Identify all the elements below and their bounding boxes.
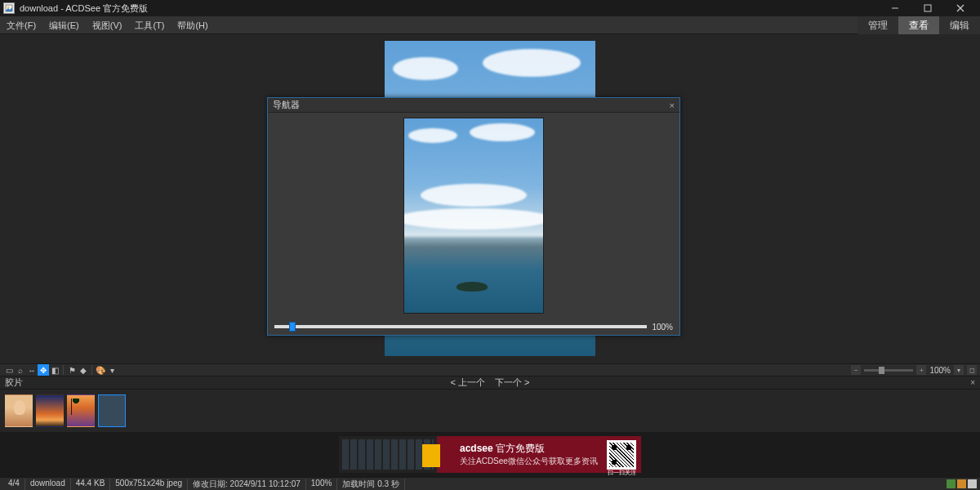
minimize-button[interactable]: [879, 0, 911, 16]
window-title: download - ACDSee 官方免费版: [20, 2, 148, 15]
ad-brand-suffix: 官方免费版: [496, 443, 545, 454]
status-loadtime: 加载时间 0.3 秒: [337, 479, 404, 490]
ad-qr-code: 扫一扫关注: [607, 440, 636, 470]
svg-point-1: [7, 7, 9, 8]
menu-bar: 文件(F) 编辑(E) 视图(V) 工具(T) 帮助(H) 管理 查看 编辑: [0, 16, 980, 34]
tool-scroll-icon[interactable]: ↔: [26, 364, 38, 376]
navigator-title: 导航器: [273, 99, 300, 111]
tool-tag-icon[interactable]: ◆: [78, 364, 89, 376]
ad-text: acdsee 官方免费版 关注ACDSee微信公众号获取更多资讯: [460, 442, 598, 467]
menu-edit[interactable]: 编辑(E): [42, 16, 86, 34]
navigator-body[interactable]: [268, 113, 679, 318]
view-toolbar: ▭ ⌕ ↔ ✥ ◧ ⚑ ◆ 🎨 ▾ − + 100% ▾ ◻: [0, 363, 980, 376]
ad-box-icon: [422, 444, 440, 467]
filmstrip-thumb[interactable]: [5, 394, 33, 427]
tool-flag-icon[interactable]: ⚑: [66, 364, 78, 376]
navigator-panel[interactable]: 导航器 × 100%: [267, 97, 680, 336]
tool-zoom-icon[interactable]: ⌕: [15, 364, 26, 376]
status-filesize: 44.4 KB: [71, 479, 111, 490]
status-index: 4/4: [3, 479, 25, 490]
tool-hand-icon[interactable]: ✥: [38, 364, 49, 376]
filmstrip-thumb-selected[interactable]: [98, 394, 126, 427]
filmstrip-close-button[interactable]: ×: [970, 378, 975, 387]
zoom-out-button[interactable]: −: [851, 365, 861, 375]
zoom-actual-button[interactable]: ◻: [967, 365, 977, 375]
status-indicator-white-icon[interactable]: [968, 479, 977, 488]
menu-tools[interactable]: 工具(T): [128, 16, 171, 34]
navigator-thumbnail[interactable]: [403, 118, 544, 314]
navigator-zoom-percent: 100%: [652, 323, 673, 332]
filmstrip: [0, 390, 980, 432]
tool-crop-icon[interactable]: ◧: [49, 364, 60, 376]
tool-dropdown-icon[interactable]: ▾: [106, 364, 118, 376]
menu-help[interactable]: 帮助(H): [171, 16, 214, 34]
mode-tab-view[interactable]: 查看: [898, 16, 939, 34]
close-button[interactable]: [944, 0, 977, 16]
svg-rect-3: [924, 5, 931, 11]
mode-tab-edit[interactable]: 编辑: [939, 16, 980, 34]
navigator-zoom-row: 100%: [268, 318, 679, 335]
status-folder: download: [25, 479, 71, 490]
menu-view[interactable]: 视图(V): [86, 16, 129, 34]
mode-tab-manage[interactable]: 管理: [858, 16, 898, 34]
status-dimensions: 500x751x24b jpeg: [110, 479, 188, 490]
status-bar: 4/4 download 44.4 KB 500x751x24b jpeg 修改…: [0, 477, 980, 490]
ad-banner[interactable]: acdsee 官方免费版 关注ACDSee微信公众号获取更多资讯 扫一扫关注: [339, 436, 641, 473]
status-zoom: 100%: [306, 479, 338, 490]
filmstrip-next-button[interactable]: 下一个 >: [495, 376, 529, 389]
ad-area: acdsee 官方免费版 关注ACDSee微信公众号获取更多资讯 扫一扫关注: [0, 432, 980, 477]
tool-select-icon[interactable]: ▭: [3, 364, 15, 376]
ad-subtitle: 关注ACDSee微信公众号获取更多资讯: [460, 456, 598, 467]
ad-qr-caption: 扫一扫关注: [607, 469, 636, 477]
status-indicator-orange-icon[interactable]: [957, 479, 966, 488]
filmstrip-thumb[interactable]: [36, 394, 64, 427]
app-logo-icon: [3, 2, 15, 14]
toolbar-separator: [63, 365, 64, 375]
zoom-percent-label: 100%: [929, 366, 951, 375]
zoom-fit-button[interactable]: ▾: [954, 365, 964, 375]
zoom-in-button[interactable]: +: [916, 365, 926, 375]
status-indicator-green-icon[interactable]: [947, 479, 956, 488]
image-viewer[interactable]: 导航器 × 100%: [0, 34, 980, 363]
title-bar: download - ACDSee 官方免费版: [0, 0, 980, 16]
toolbar-separator: [91, 365, 92, 375]
menu-file[interactable]: 文件(F): [0, 16, 42, 34]
navigator-header[interactable]: 导航器 ×: [268, 98, 679, 113]
filmstrip-header: 胶片 < 上一个 下一个 > ×: [0, 376, 980, 390]
maximize-button[interactable]: [911, 0, 944, 16]
filmstrip-prev-button[interactable]: < 上一个: [451, 376, 485, 389]
zoom-slider-handle[interactable]: [879, 367, 884, 374]
ad-brand: acdsee: [460, 443, 493, 454]
navigator-close-button[interactable]: ×: [670, 100, 675, 110]
navigator-zoom-slider[interactable]: [274, 325, 647, 328]
tool-palette-icon[interactable]: 🎨: [95, 364, 106, 376]
filmstrip-label: 胶片: [5, 376, 23, 389]
filmstrip-thumb[interactable]: [67, 394, 95, 427]
navigator-zoom-handle[interactable]: [289, 322, 296, 332]
status-modified: 修改日期: 2024/9/11 10:12:07: [188, 479, 306, 490]
zoom-slider[interactable]: [864, 369, 913, 372]
